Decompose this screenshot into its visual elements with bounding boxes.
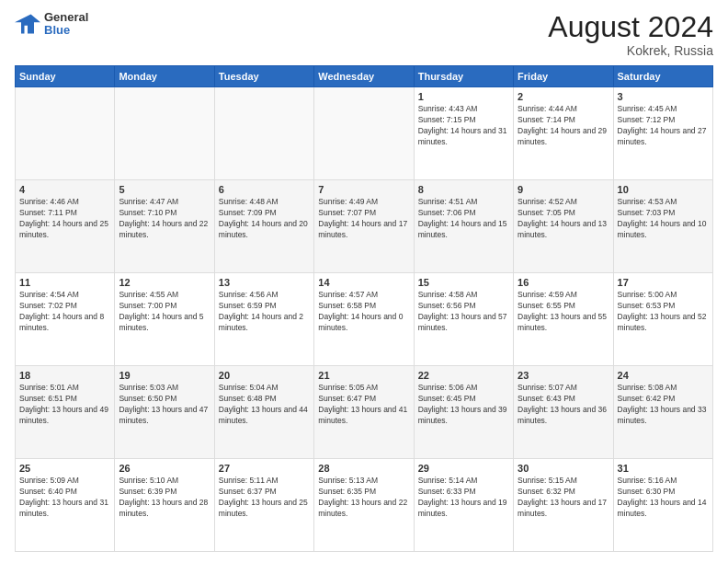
day-number: 17 xyxy=(618,277,709,288)
day-number: 22 xyxy=(418,370,509,381)
calendar-cell: 21Sunrise: 5:05 AMSunset: 6:47 PMDayligh… xyxy=(314,366,414,459)
calendar-cell: 5Sunrise: 4:47 AMSunset: 7:10 PMDaylight… xyxy=(115,180,214,273)
day-number: 1 xyxy=(418,91,509,102)
day-number: 13 xyxy=(219,277,310,288)
cell-info: Sunrise: 5:01 AMSunset: 6:51 PMDaylight:… xyxy=(19,383,110,427)
calendar-cell xyxy=(115,87,214,180)
cell-info: Sunrise: 4:57 AMSunset: 6:58 PMDaylight:… xyxy=(318,290,409,334)
calendar-cell: 24Sunrise: 5:08 AMSunset: 6:42 PMDayligh… xyxy=(613,366,712,459)
calendar-header-row: SundayMondayTuesdayWednesdayThursdayFrid… xyxy=(16,66,713,87)
cell-info: Sunrise: 4:55 AMSunset: 7:00 PMDaylight:… xyxy=(119,290,210,334)
calendar-cell: 4Sunrise: 4:46 AMSunset: 7:11 PMDaylight… xyxy=(16,180,115,273)
cell-info: Sunrise: 5:15 AMSunset: 6:32 PMDaylight:… xyxy=(518,476,609,520)
calendar-header-friday: Friday xyxy=(514,66,613,87)
calendar-header-tuesday: Tuesday xyxy=(214,66,313,87)
day-number: 9 xyxy=(518,184,609,195)
calendar-header-sunday: Sunday xyxy=(16,66,115,87)
cell-info: Sunrise: 4:51 AMSunset: 7:06 PMDaylight:… xyxy=(418,197,509,241)
day-number: 21 xyxy=(318,370,409,381)
calendar-header-saturday: Saturday xyxy=(613,66,712,87)
calendar-week-5: 25Sunrise: 5:09 AMSunset: 6:40 PMDayligh… xyxy=(16,459,713,552)
calendar-cell: 19Sunrise: 5:03 AMSunset: 6:50 PMDayligh… xyxy=(115,366,214,459)
day-number: 27 xyxy=(219,463,310,474)
cell-info: Sunrise: 4:44 AMSunset: 7:14 PMDaylight:… xyxy=(518,104,609,148)
logo-blue-text: Blue xyxy=(44,24,88,37)
calendar-cell: 3Sunrise: 4:45 AMSunset: 7:12 PMDaylight… xyxy=(613,87,712,180)
calendar-cell: 12Sunrise: 4:55 AMSunset: 7:00 PMDayligh… xyxy=(115,273,214,366)
logo-icon xyxy=(15,11,40,37)
day-number: 25 xyxy=(19,463,110,474)
cell-info: Sunrise: 4:43 AMSunset: 7:15 PMDaylight:… xyxy=(418,104,509,148)
calendar-header-monday: Monday xyxy=(115,66,214,87)
day-number: 31 xyxy=(618,463,709,474)
day-number: 26 xyxy=(119,463,210,474)
calendar-cell: 25Sunrise: 5:09 AMSunset: 6:40 PMDayligh… xyxy=(16,459,115,552)
cell-info: Sunrise: 5:03 AMSunset: 6:50 PMDaylight:… xyxy=(119,383,210,427)
logo: General Blue xyxy=(15,11,88,38)
title-block: August 2024 Kokrek, Russia xyxy=(548,11,713,58)
calendar-cell: 2Sunrise: 4:44 AMSunset: 7:14 PMDaylight… xyxy=(514,87,613,180)
calendar-cell: 17Sunrise: 5:00 AMSunset: 6:53 PMDayligh… xyxy=(613,273,712,366)
cell-info: Sunrise: 4:52 AMSunset: 7:05 PMDaylight:… xyxy=(518,197,609,241)
calendar-cell: 8Sunrise: 4:51 AMSunset: 7:06 PMDaylight… xyxy=(414,180,513,273)
calendar-table: SundayMondayTuesdayWednesdayThursdayFrid… xyxy=(15,65,713,552)
cell-info: Sunrise: 4:49 AMSunset: 7:07 PMDaylight:… xyxy=(318,197,409,241)
cell-info: Sunrise: 4:56 AMSunset: 6:59 PMDaylight:… xyxy=(219,290,310,334)
calendar-cell: 10Sunrise: 4:53 AMSunset: 7:03 PMDayligh… xyxy=(613,180,712,273)
calendar-cell: 16Sunrise: 4:59 AMSunset: 6:55 PMDayligh… xyxy=(514,273,613,366)
calendar-cell: 29Sunrise: 5:14 AMSunset: 6:33 PMDayligh… xyxy=(414,459,513,552)
calendar-cell xyxy=(314,87,414,180)
main-title: August 2024 xyxy=(548,11,713,43)
cell-info: Sunrise: 4:59 AMSunset: 6:55 PMDaylight:… xyxy=(518,290,609,334)
cell-info: Sunrise: 5:10 AMSunset: 6:39 PMDaylight:… xyxy=(119,476,210,520)
cell-info: Sunrise: 5:16 AMSunset: 6:30 PMDaylight:… xyxy=(618,476,709,520)
day-number: 10 xyxy=(618,184,709,195)
calendar-cell: 7Sunrise: 4:49 AMSunset: 7:07 PMDaylight… xyxy=(314,180,414,273)
calendar-cell: 31Sunrise: 5:16 AMSunset: 6:30 PMDayligh… xyxy=(613,459,712,552)
calendar-cell xyxy=(16,87,115,180)
calendar-cell: 9Sunrise: 4:52 AMSunset: 7:05 PMDaylight… xyxy=(514,180,613,273)
day-number: 12 xyxy=(119,277,210,288)
calendar-cell xyxy=(214,87,313,180)
day-number: 6 xyxy=(219,184,310,195)
calendar-cell: 13Sunrise: 4:56 AMSunset: 6:59 PMDayligh… xyxy=(214,273,313,366)
day-number: 29 xyxy=(418,463,509,474)
page: General Blue August 2024 Kokrek, Russia … xyxy=(0,0,728,563)
calendar-cell: 22Sunrise: 5:06 AMSunset: 6:45 PMDayligh… xyxy=(414,366,513,459)
calendar-week-1: 1Sunrise: 4:43 AMSunset: 7:15 PMDaylight… xyxy=(16,87,713,180)
day-number: 2 xyxy=(518,91,609,102)
svg-marker-0 xyxy=(15,15,40,34)
cell-info: Sunrise: 4:48 AMSunset: 7:09 PMDaylight:… xyxy=(219,197,310,241)
calendar-cell: 1Sunrise: 4:43 AMSunset: 7:15 PMDaylight… xyxy=(414,87,513,180)
logo-text: General Blue xyxy=(44,11,88,38)
calendar-cell: 26Sunrise: 5:10 AMSunset: 6:39 PMDayligh… xyxy=(115,459,214,552)
cell-info: Sunrise: 5:00 AMSunset: 6:53 PMDaylight:… xyxy=(618,290,709,334)
day-number: 5 xyxy=(119,184,210,195)
calendar-cell: 14Sunrise: 4:57 AMSunset: 6:58 PMDayligh… xyxy=(314,273,414,366)
day-number: 14 xyxy=(318,277,409,288)
logo-general-text: General xyxy=(44,11,88,24)
day-number: 18 xyxy=(19,370,110,381)
calendar-week-3: 11Sunrise: 4:54 AMSunset: 7:02 PMDayligh… xyxy=(16,273,713,366)
subtitle: Kokrek, Russia xyxy=(548,43,713,58)
day-number: 24 xyxy=(618,370,709,381)
day-number: 19 xyxy=(119,370,210,381)
cell-info: Sunrise: 5:08 AMSunset: 6:42 PMDaylight:… xyxy=(618,383,709,427)
cell-info: Sunrise: 5:11 AMSunset: 6:37 PMDaylight:… xyxy=(219,476,310,520)
cell-info: Sunrise: 5:04 AMSunset: 6:48 PMDaylight:… xyxy=(219,383,310,427)
calendar-cell: 11Sunrise: 4:54 AMSunset: 7:02 PMDayligh… xyxy=(16,273,115,366)
calendar-cell: 30Sunrise: 5:15 AMSunset: 6:32 PMDayligh… xyxy=(514,459,613,552)
calendar-cell: 27Sunrise: 5:11 AMSunset: 6:37 PMDayligh… xyxy=(214,459,313,552)
cell-info: Sunrise: 5:14 AMSunset: 6:33 PMDaylight:… xyxy=(418,476,509,520)
day-number: 7 xyxy=(318,184,409,195)
day-number: 16 xyxy=(518,277,609,288)
day-number: 20 xyxy=(219,370,310,381)
calendar-week-2: 4Sunrise: 4:46 AMSunset: 7:11 PMDaylight… xyxy=(16,180,713,273)
calendar-cell: 15Sunrise: 4:58 AMSunset: 6:56 PMDayligh… xyxy=(414,273,513,366)
day-number: 4 xyxy=(19,184,110,195)
cell-info: Sunrise: 5:09 AMSunset: 6:40 PMDaylight:… xyxy=(19,476,110,520)
day-number: 3 xyxy=(618,91,709,102)
day-number: 23 xyxy=(518,370,609,381)
cell-info: Sunrise: 5:07 AMSunset: 6:43 PMDaylight:… xyxy=(518,383,609,427)
calendar-cell: 20Sunrise: 5:04 AMSunset: 6:48 PMDayligh… xyxy=(214,366,313,459)
